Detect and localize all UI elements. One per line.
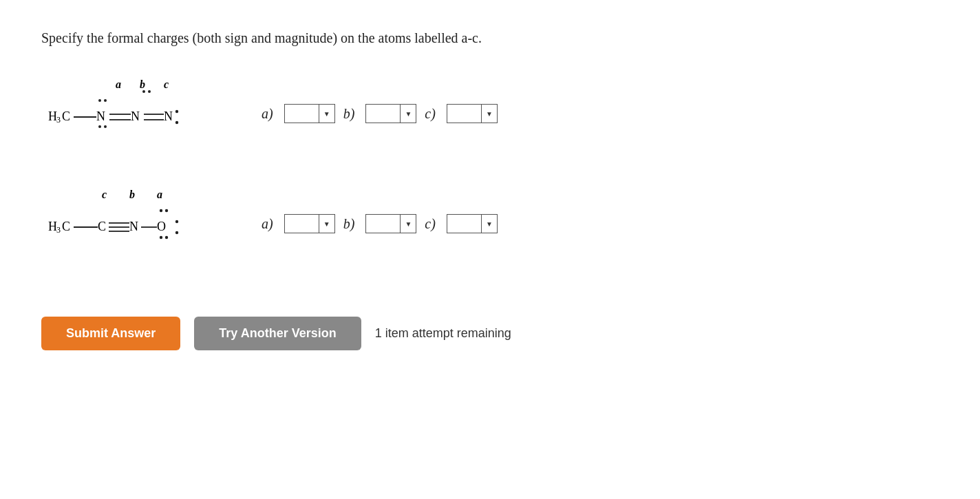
svg-point-3 [142, 90, 145, 93]
label-2b: b) [343, 216, 355, 232]
svg-point-40 [175, 220, 178, 223]
attempt-text: 1 item attempt remaining [375, 326, 511, 341]
submit-button[interactable]: Submit Answer [41, 317, 180, 350]
input-1b[interactable] [366, 105, 401, 123]
svg-text:N: N [164, 109, 173, 123]
svg-text:a: a [157, 189, 162, 200]
svg-text:C: C [62, 109, 70, 123]
svg-point-20 [175, 110, 178, 113]
dropdown-2c[interactable]: ▼ [482, 215, 497, 233]
svg-text:b: b [129, 189, 135, 200]
input-2c[interactable] [447, 215, 482, 233]
svg-text:3: 3 [56, 225, 61, 235]
input-group-2c[interactable]: ▼ [447, 214, 498, 233]
input-group-1c[interactable]: ▼ [447, 104, 498, 123]
input-group-2a[interactable]: ▼ [284, 214, 335, 233]
answer-row-1: a) ▼ b) ▼ c) ▼ [262, 104, 498, 123]
svg-point-10 [98, 99, 101, 102]
try-another-button[interactable]: Try Another Version [194, 317, 361, 350]
svg-point-12 [98, 125, 101, 128]
footer-row: Submit Answer Try Another Version 1 item… [41, 317, 939, 350]
problem-row-2: c b a H 3 C C N O [41, 186, 939, 262]
svg-text:b: b [140, 78, 145, 90]
problems-container: a b c H 3 C N [41, 76, 939, 262]
input-2a[interactable] [285, 215, 319, 233]
svg-text:C: C [62, 220, 70, 233]
svg-point-41 [175, 231, 178, 234]
svg-point-39 [165, 236, 168, 239]
input-group-1a[interactable]: ▼ [284, 104, 335, 123]
molecule-2-svg: c b a H 3 C C N O [41, 186, 206, 262]
dropdown-1c[interactable]: ▼ [482, 105, 497, 123]
svg-text:N: N [96, 109, 105, 123]
svg-text:C: C [98, 220, 106, 233]
molecule-1: a b c H 3 C N [41, 76, 220, 151]
input-1c[interactable] [447, 105, 482, 123]
label-2a: a) [262, 216, 273, 232]
svg-text:3: 3 [56, 115, 61, 125]
input-group-2b[interactable]: ▼ [365, 214, 416, 233]
svg-text:c: c [164, 78, 169, 90]
input-2b[interactable] [366, 215, 401, 233]
label-1a: a) [262, 106, 273, 122]
dropdown-1a[interactable]: ▼ [319, 105, 334, 123]
label-1b: b) [343, 106, 355, 122]
svg-point-36 [160, 209, 162, 212]
svg-point-38 [160, 236, 162, 239]
molecule-1-svg: a b c H 3 C N [41, 76, 206, 151]
problem-row-1: a b c H 3 C N [41, 76, 939, 151]
dropdown-1b[interactable]: ▼ [401, 105, 416, 123]
svg-point-4 [148, 90, 151, 93]
dropdown-2b[interactable]: ▼ [401, 215, 416, 233]
svg-text:O: O [157, 220, 166, 233]
svg-text:N: N [131, 109, 140, 123]
input-1a[interactable] [285, 105, 319, 123]
dropdown-2a[interactable]: ▼ [319, 215, 334, 233]
label-1c: c) [425, 106, 436, 122]
input-group-1b[interactable]: ▼ [365, 104, 416, 123]
molecule-2: c b a H 3 C C N O [41, 186, 220, 262]
svg-point-13 [104, 125, 107, 128]
svg-text:c: c [102, 189, 107, 200]
answer-row-2: a) ▼ b) ▼ c) ▼ [262, 214, 498, 233]
svg-text:a: a [116, 78, 121, 90]
svg-text:N: N [129, 220, 138, 233]
svg-point-11 [104, 99, 107, 102]
label-2c: c) [425, 216, 436, 232]
question-text: Specify the formal charges (both sign an… [41, 28, 939, 48]
svg-point-37 [165, 209, 168, 212]
svg-point-21 [175, 121, 178, 124]
